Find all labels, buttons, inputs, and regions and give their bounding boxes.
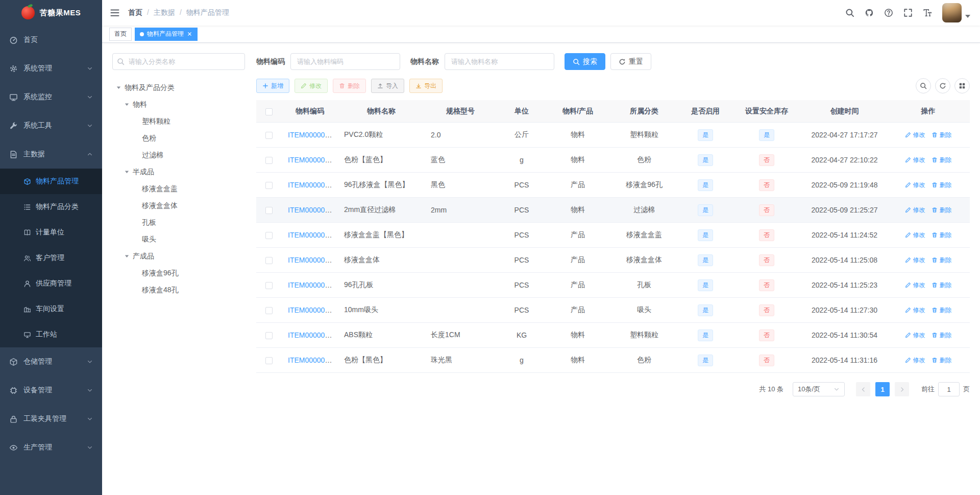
export-button[interactable]: 导出 [409, 79, 443, 93]
delete-row-button[interactable]: 删除 [932, 131, 952, 139]
delete-row-button[interactable]: 删除 [932, 231, 952, 240]
tree-node-pipette-box-96[interactable]: 移液盒96孔 [112, 265, 245, 281]
tree-node-pipette-box-48[interactable]: 移液盒48孔 [112, 281, 245, 298]
breadcrumb-home[interactable]: 首页 [128, 8, 154, 17]
sidebar-item-home[interactable]: 首页 [0, 26, 102, 54]
add-button[interactable]: 新增 [256, 79, 289, 93]
material-code-link[interactable]: ITEM00000049 [288, 206, 337, 214]
tree-node-semi-finished[interactable]: 半成品 [112, 163, 245, 180]
sidebar-item-equipment-management[interactable]: 设备管理 [0, 376, 102, 405]
sidebar-item-customer-management[interactable]: 客户管理 [0, 245, 102, 271]
row-checkbox[interactable] [265, 157, 273, 164]
material-code-link[interactable]: ITEM00000056 [288, 356, 337, 364]
edit-row-button[interactable]: 修改 [905, 356, 925, 365]
row-checkbox[interactable] [265, 207, 273, 214]
material-code-link[interactable]: ITEM00000041 [288, 156, 337, 164]
next-page-button[interactable] [895, 382, 909, 396]
edit-row-button[interactable]: 修改 [905, 206, 925, 215]
caret-expanded-icon[interactable] [124, 101, 130, 108]
row-checkbox[interactable] [265, 307, 273, 314]
sidebar-item-master-data[interactable]: 主数据 [0, 140, 102, 169]
import-button[interactable]: 导入 [371, 79, 404, 93]
fullscreen-button[interactable] [899, 0, 917, 26]
tree-node-tip[interactable]: 吸头 [112, 231, 245, 248]
row-checkbox[interactable] [265, 257, 273, 264]
row-checkbox[interactable] [265, 357, 273, 364]
edit-row-button[interactable]: 修改 [905, 181, 925, 190]
material-code-link[interactable]: ITEM00000055 [288, 331, 337, 339]
caret-expanded-icon[interactable] [124, 253, 130, 260]
hamburger-icon[interactable] [110, 8, 120, 18]
delete-row-button[interactable]: 删除 [932, 281, 952, 290]
caret-expanded-icon[interactable] [115, 84, 122, 91]
header-search-button[interactable] [841, 0, 859, 26]
tree-node-finished-products[interactable]: 产成品 [112, 248, 245, 265]
help-button[interactable] [880, 0, 897, 26]
row-checkbox[interactable] [265, 232, 273, 239]
delete-row-button[interactable]: 删除 [932, 306, 952, 315]
tab-home[interactable]: 首页 [109, 28, 132, 41]
edit-row-button[interactable]: 修改 [905, 231, 925, 240]
edit-button[interactable]: 修改 [295, 79, 328, 93]
delete-row-button[interactable]: 删除 [932, 181, 952, 190]
delete-button[interactable]: 删除 [333, 79, 366, 93]
page-size-select[interactable]: 10条/页 [793, 382, 845, 396]
tab-material-product-management[interactable]: 物料产品管理 [135, 28, 198, 41]
user-menu[interactable] [942, 3, 970, 22]
sidebar-item-supplier-management[interactable]: 供应商管理 [0, 271, 102, 296]
sidebar-item-workshop-settings[interactable]: 车间设置 [0, 296, 102, 322]
prev-page-button[interactable] [856, 382, 870, 396]
sidebar-item-material-product-category[interactable]: 物料产品分类 [0, 194, 102, 220]
material-code-link[interactable]: ITEM00000053 [288, 281, 337, 289]
tree-node-material[interactable]: 物料 [112, 96, 245, 113]
goto-page-input[interactable] [938, 382, 960, 396]
sidebar-item-tooling-fixture-management[interactable]: 工装夹具管理 [0, 405, 102, 433]
material-code-input[interactable] [290, 53, 400, 70]
columns-button[interactable] [954, 78, 970, 93]
material-code-link[interactable]: ITEM00000046 [288, 181, 337, 189]
sidebar-item-measurement-unit[interactable]: 计量单位 [0, 220, 102, 245]
reset-button[interactable]: 重置 [610, 53, 651, 70]
delete-row-button[interactable]: 删除 [932, 356, 952, 365]
edit-row-button[interactable]: 修改 [905, 131, 925, 139]
sidebar-item-system-tools[interactable]: 系统工具 [0, 111, 102, 140]
row-checkbox[interactable] [265, 182, 273, 189]
sidebar-item-production-management[interactable]: 生产管理 [0, 433, 102, 462]
close-icon[interactable] [187, 31, 192, 37]
tree-node-filter-cotton[interactable]: 过滤棉 [112, 147, 245, 163]
tree-node-color-powder[interactable]: 色粉 [112, 130, 245, 147]
category-search-input[interactable] [112, 53, 245, 70]
sidebar-item-system-monitor[interactable]: 系统监控 [0, 83, 102, 111]
material-code-link[interactable]: ITEM00000054 [288, 306, 337, 314]
font-size-button[interactable] [919, 0, 936, 26]
toggle-search-button[interactable] [916, 78, 931, 93]
tree-node-pipette-box-lid[interactable]: 移液盒盒盖 [112, 180, 245, 197]
edit-row-button[interactable]: 修改 [905, 331, 925, 340]
sidebar-item-workstation[interactable]: 工作站 [0, 322, 102, 347]
refresh-button[interactable] [935, 78, 950, 93]
select-all-checkbox[interactable] [265, 108, 273, 115]
github-button[interactable] [861, 0, 878, 26]
edit-row-button[interactable]: 修改 [905, 306, 925, 315]
edit-row-button[interactable]: 修改 [905, 156, 925, 164]
tree-node-root[interactable]: 物料及产品分类 [112, 79, 245, 96]
tree-node-well-plate[interactable]: 孔板 [112, 214, 245, 231]
material-code-link[interactable]: ITEM00000051 [288, 231, 337, 239]
page-number-button[interactable]: 1 [875, 382, 890, 396]
material-code-link[interactable]: ITEM00000037 [288, 131, 337, 139]
delete-row-button[interactable]: 删除 [932, 256, 952, 265]
sidebar-item-material-product-management[interactable]: 物料产品管理 [0, 169, 102, 194]
row-checkbox[interactable] [265, 332, 273, 339]
delete-row-button[interactable]: 删除 [932, 206, 952, 215]
tree-node-pipette-box-body[interactable]: 移液盒盒体 [112, 197, 245, 214]
search-button[interactable]: 搜索 [565, 53, 605, 70]
sidebar-item-system-management[interactable]: 系统管理 [0, 54, 102, 83]
caret-expanded-icon[interactable] [124, 169, 130, 175]
delete-row-button[interactable]: 删除 [932, 156, 952, 164]
edit-row-button[interactable]: 修改 [905, 281, 925, 290]
material-code-link[interactable]: ITEM00000052 [288, 256, 337, 264]
material-name-input[interactable] [445, 53, 554, 70]
row-checkbox[interactable] [265, 282, 273, 289]
tree-node-plastic-pellets[interactable]: 塑料颗粒 [112, 113, 245, 130]
delete-row-button[interactable]: 删除 [932, 331, 952, 340]
